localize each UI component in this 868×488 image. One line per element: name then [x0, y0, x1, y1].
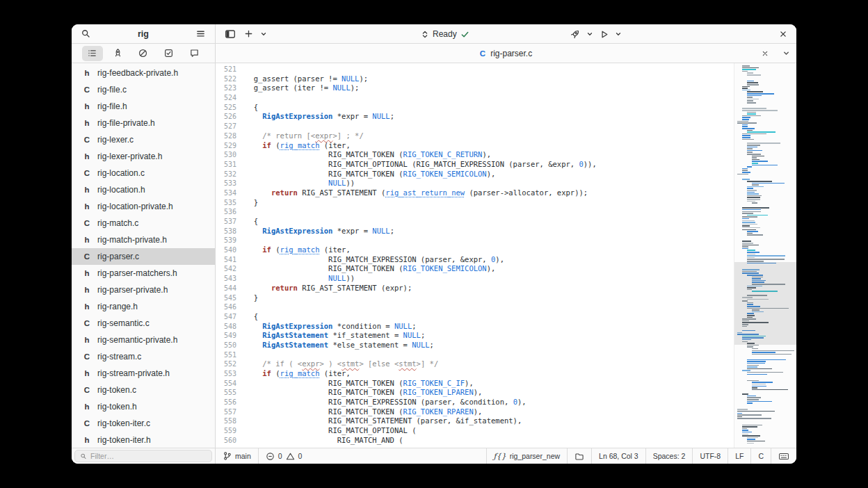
file-row[interactable]: hrig-semantic-private.h [72, 332, 215, 348]
diagnostics-button[interactable]: 0 0 [258, 448, 310, 464]
file-row[interactable]: Crig-match.c [72, 215, 215, 231]
file-row[interactable]: Crig-parser.c [72, 248, 215, 265]
tab-close-button[interactable] [757, 46, 773, 61]
file-row[interactable]: Crig-semantic.c [72, 315, 215, 332]
build-dropdown[interactable] [585, 26, 594, 42]
menu-button[interactable] [193, 26, 209, 42]
code-line: 522 g_assert (parser != NULL); [216, 74, 734, 84]
file-row[interactable]: Crig-location.c [72, 165, 215, 181]
branch-button[interactable]: main [216, 448, 258, 464]
file-row[interactable]: hrig-match-private.h [72, 231, 215, 248]
file-type-icon: h [83, 402, 90, 411]
file-name: rig-token.c [97, 385, 136, 395]
file-name: rig-location-private.h [97, 202, 173, 211]
code-line-text: RIG_MATCH_OPTIONAL ( [245, 426, 417, 436]
code-area[interactable]: 521522 g_assert (parser != NULL);523 g_a… [216, 63, 734, 448]
encoding-button[interactable]: UTF-8 [692, 448, 728, 464]
code-line-text: if (rig_match (iter, [245, 245, 351, 255]
file-row[interactable]: hrig-range.h [72, 298, 215, 315]
run-panel-button[interactable] [107, 46, 128, 61]
files-panel-button[interactable] [82, 46, 103, 61]
language-button[interactable]: C [750, 448, 771, 464]
sidebar-toggle-button[interactable] [223, 26, 238, 42]
code-line-text: if (rig_match (iter, [245, 141, 351, 151]
window-close-button[interactable] [775, 26, 791, 42]
new-page-dropdown[interactable] [259, 26, 268, 42]
search-button[interactable] [78, 26, 93, 42]
code-line: 527 [216, 122, 734, 131]
file-row[interactable]: hrig-token.h [72, 398, 215, 415]
code-line-text: } [245, 198, 258, 208]
file-row[interactable]: hrig-location-private.h [72, 198, 215, 215]
todo-panel-button[interactable] [159, 46, 179, 61]
symbol-button[interactable]: ƒ{} rig_parser_new [486, 448, 567, 464]
file-row[interactable]: hrig-file-private.h [72, 115, 215, 131]
file-row[interactable]: hrig-parser-private.h [72, 282, 215, 298]
code-line: 560 RIG_MATCH_AND ( [216, 436, 734, 446]
cursor-position-button[interactable]: Ln 68, Col 3 [591, 448, 645, 464]
code-line: 549 RigAstStatement *if_statement = NULL… [216, 331, 734, 341]
builder-window: rig [72, 24, 796, 464]
file-row[interactable]: hrig-token-iter.h [72, 432, 215, 448]
code-line: 536 [216, 207, 734, 217]
run-button[interactable] [596, 26, 611, 42]
line-number: 558 [216, 416, 245, 426]
file-row[interactable]: hrig-location.h [72, 181, 215, 198]
file-row[interactable]: Crig-file.c [72, 81, 215, 98]
rocket-icon [113, 48, 123, 58]
file-row[interactable]: hrig-stream-private.h [72, 365, 215, 382]
chat-panel-button[interactable] [184, 46, 204, 61]
tab-list-dropdown[interactable] [782, 46, 791, 61]
line-number: 535 [216, 198, 245, 208]
line-number: 534 [216, 188, 245, 198]
keyboard-icon [778, 452, 789, 461]
file-row[interactable]: Crig-stream.c [72, 348, 215, 365]
file-row[interactable]: Crig-lexer.c [72, 131, 215, 148]
indentation-button[interactable]: Spaces: 2 [645, 448, 693, 464]
keyboard-button[interactable] [771, 448, 796, 464]
line-ending-button[interactable]: LF [728, 448, 750, 464]
folder-icon [574, 452, 584, 461]
code-line: 529 if (rig_match (iter, [216, 141, 734, 151]
file-type-icon: C [83, 252, 90, 261]
disabled-panel-button[interactable] [133, 46, 154, 61]
line-number: 557 [216, 407, 245, 417]
file-row[interactable]: hrig-file.h [72, 98, 215, 115]
code-line-text: { [245, 217, 258, 227]
file-row[interactable]: hrig-parser-matchers.h [72, 265, 215, 282]
code-line-text: RigAstStatement *if_statement = NULL; [245, 331, 425, 341]
plus-icon [243, 29, 254, 39]
code-line: 525 { [216, 103, 734, 113]
build-status-button[interactable]: Ready [416, 27, 474, 41]
new-page-button[interactable] [241, 26, 256, 42]
file-type-icon: h [83, 102, 90, 111]
code-line: 521 [216, 65, 734, 74]
filter-field[interactable] [74, 450, 212, 462]
line-number: 542 [216, 264, 245, 274]
line-number: 536 [216, 207, 245, 217]
code-line-text: if (rig_match (iter, [245, 369, 351, 379]
file-row[interactable]: Crig-token-iter.c [72, 415, 215, 432]
code-line: 534 return RIG_AST_STATEMENT (rig_ast_re… [216, 188, 734, 198]
minimap[interactable] [734, 63, 796, 448]
file-list: hrig-feedback-private.hCrig-file.chrig-f… [72, 63, 216, 448]
build-button[interactable] [568, 26, 583, 42]
run-dropdown[interactable] [613, 26, 622, 42]
current-symbol: rig_parser_new [510, 452, 560, 460]
close-icon [778, 29, 788, 39]
code-line-text: RIG_MATCH_OPTIONAL (RIG_MATCH_EXPRESSION… [245, 160, 597, 170]
file-row[interactable]: hrig-feedback-private.h [72, 65, 215, 81]
filter-input[interactable] [90, 452, 207, 460]
file-type-icon: C [83, 219, 90, 227]
tab-bar: C rig-parser.c [216, 44, 796, 63]
file-row[interactable]: hrig-lexer-private.h [72, 148, 215, 165]
tab-open-file[interactable]: C rig-parser.c [480, 49, 532, 58]
main-header: Ready [216, 24, 796, 43]
file-type-icon: h [83, 119, 90, 127]
minimap-viewport[interactable] [734, 262, 796, 345]
todo-list-icon [87, 48, 97, 58]
file-name: rig-file.h [97, 101, 127, 111]
file-row[interactable]: Crig-token.c [72, 382, 215, 398]
code-line-text: { [245, 103, 258, 113]
project-button[interactable] [567, 448, 591, 464]
